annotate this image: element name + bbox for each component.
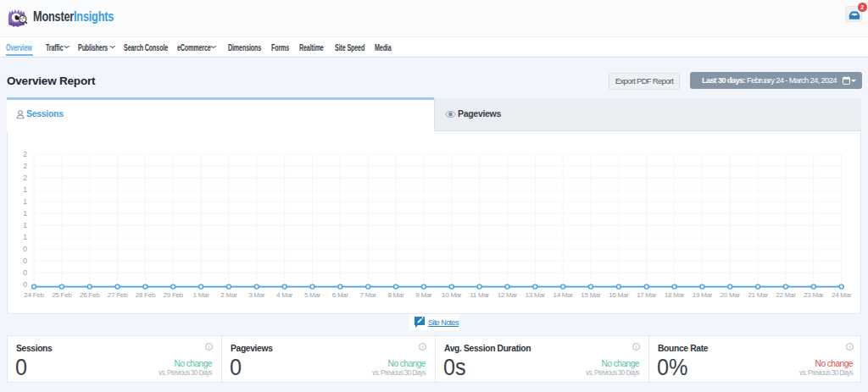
svg-text:2 Mar: 2 Mar xyxy=(220,291,237,299)
svg-text:16 Mar: 16 Mar xyxy=(609,291,629,299)
svg-text:11 Mar: 11 Mar xyxy=(470,291,489,299)
svg-text:4 Mar: 4 Mar xyxy=(276,291,293,299)
svg-text:28 Feb: 28 Feb xyxy=(136,291,156,299)
svg-text:15 Mar: 15 Mar xyxy=(581,291,601,299)
svg-text:22 Mar: 22 Mar xyxy=(776,291,796,299)
svg-text:1: 1 xyxy=(23,185,27,194)
svg-text:2: 2 xyxy=(23,150,27,158)
svg-text:25 Feb: 25 Feb xyxy=(52,291,72,299)
svg-text:26 Feb: 26 Feb xyxy=(80,291,100,299)
svg-text:20 Mar: 20 Mar xyxy=(721,291,741,299)
svg-text:1: 1 xyxy=(23,233,27,241)
svg-text:19 Mar: 19 Mar xyxy=(693,291,713,299)
svg-text:21 Mar: 21 Mar xyxy=(748,291,768,299)
svg-text:8 Mar: 8 Mar xyxy=(387,291,404,299)
svg-text:2: 2 xyxy=(23,174,27,182)
svg-text:7 Mar: 7 Mar xyxy=(360,291,377,299)
svg-text:3 Mar: 3 Mar xyxy=(248,291,265,299)
svg-text:1: 1 xyxy=(23,209,27,218)
svg-text:5 Mar: 5 Mar xyxy=(304,291,321,299)
svg-text:6 Mar: 6 Mar xyxy=(332,291,349,299)
svg-text:1: 1 xyxy=(23,197,27,206)
svg-text:23 Mar: 23 Mar xyxy=(804,291,824,299)
svg-text:14 Mar: 14 Mar xyxy=(553,291,573,299)
svg-text:1 Mar: 1 Mar xyxy=(192,291,209,299)
svg-text:0: 0 xyxy=(23,280,27,289)
svg-text:0: 0 xyxy=(23,268,27,277)
svg-text:29 Feb: 29 Feb xyxy=(164,291,184,299)
svg-text:2: 2 xyxy=(23,162,27,170)
svg-text:12 Mar: 12 Mar xyxy=(498,291,518,299)
svg-text:0: 0 xyxy=(23,257,27,265)
svg-text:24 Feb: 24 Feb xyxy=(24,291,44,299)
svg-text:10 Mar: 10 Mar xyxy=(442,291,462,299)
svg-text:1: 1 xyxy=(23,221,27,229)
svg-text:24 Mar: 24 Mar xyxy=(832,291,852,299)
svg-text:13 Mar: 13 Mar xyxy=(526,291,546,299)
svg-text:0: 0 xyxy=(23,245,27,253)
svg-text:18 Mar: 18 Mar xyxy=(665,291,685,299)
svg-text:27 Feb: 27 Feb xyxy=(108,291,128,299)
svg-text:9 Mar: 9 Mar xyxy=(415,291,432,299)
svg-text:17 Mar: 17 Mar xyxy=(637,291,657,299)
